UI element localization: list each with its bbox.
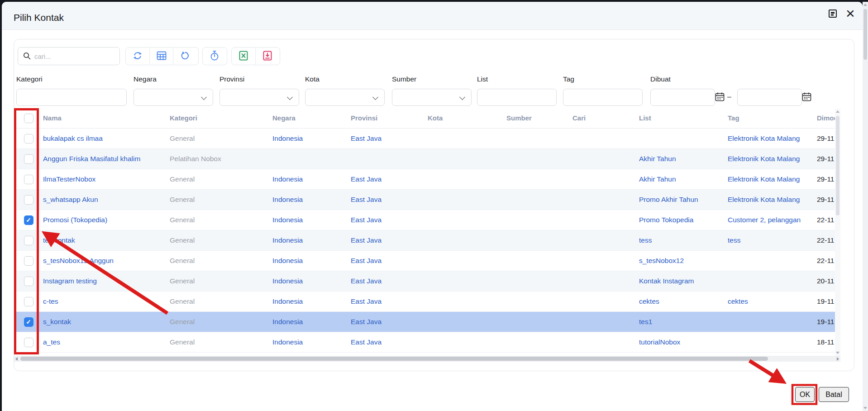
table-row[interactable]: a_tesGeneralIndonesiaEast JavatutorialNo… (14, 332, 835, 353)
export-pdf-button[interactable] (255, 48, 279, 65)
cell-list[interactable]: tess (639, 230, 728, 250)
cell-provinsi[interactable]: East Java (351, 332, 428, 352)
cell-provinsi[interactable]: East Java (351, 292, 428, 311)
column-header-kota[interactable]: Kota (428, 108, 506, 128)
cell-provinsi[interactable]: East Java (351, 190, 428, 210)
page-scrollbar-thumb[interactable] (863, 9, 867, 60)
cell-list[interactable]: Kontak Instagram (639, 271, 728, 291)
cell-list[interactable]: Promo Akhir Tahun (639, 190, 728, 210)
cell-negara[interactable]: Indonesia (272, 312, 351, 332)
dibuat-from-input[interactable] (650, 89, 715, 106)
cell-nama[interactable]: Anggun Friska Masifatul khalim (43, 149, 170, 169)
export-excel-button[interactable] (232, 48, 255, 65)
tag-input[interactable] (563, 89, 643, 106)
cell-provinsi[interactable]: East Java (351, 271, 428, 291)
cell-tag[interactable]: Elektronik Kota Malang (728, 190, 817, 210)
cell-provinsi[interactable]: East Java (351, 129, 428, 148)
row-checkbox[interactable] (24, 297, 33, 306)
scroll-right-icon[interactable] (837, 357, 839, 361)
reset-button[interactable] (173, 48, 196, 65)
column-header-nama[interactable]: Nama (43, 108, 170, 128)
row-checkbox[interactable] (24, 215, 33, 225)
table-row[interactable]: IlmaTesterNoboxGeneralIndonesiaEast Java… (14, 169, 835, 190)
scroll-up-icon[interactable] (836, 110, 839, 113)
calendar-from-button[interactable] (715, 92, 725, 101)
cell-list[interactable]: Akhir Tahun (639, 149, 728, 169)
kategori-input[interactable] (16, 89, 127, 106)
calendar-to-button[interactable] (802, 92, 811, 101)
cell-list[interactable]: tutorialNobox (639, 332, 728, 352)
cell-nama[interactable]: s_kontak (43, 312, 170, 332)
row-checkbox[interactable] (24, 175, 33, 184)
cell-negara[interactable]: Indonesia (272, 129, 351, 148)
table-row[interactable]: Promosi (Tokopedia)GeneralIndonesiaEast … (14, 210, 835, 230)
cell-list[interactable]: Promo Tokopedia (639, 210, 728, 230)
table-row[interactable]: c-tesGeneralIndonesiaEast Javacektescekt… (14, 292, 835, 312)
cell-nama[interactable]: bukalapak cs ilmaa (43, 129, 170, 148)
column-header-dimod[interactable]: Dimod (817, 108, 835, 128)
restore-window-button[interactable] (828, 9, 837, 18)
table-row[interactable]: s_whatsapp AkunGeneralIndonesiaEast Java… (14, 190, 835, 210)
table-row[interactable]: Anggun Friska Masifatul khalimPelatihan … (14, 149, 835, 169)
row-checkbox[interactable] (24, 317, 33, 327)
row-checkbox[interactable] (24, 134, 33, 143)
table-row[interactable]: s_tesNobox12 AnggunGeneralIndonesiaEast … (14, 251, 835, 271)
negara-select[interactable] (134, 89, 213, 106)
ok-button[interactable]: OK (795, 387, 815, 402)
row-checkbox[interactable] (24, 195, 33, 205)
cell-list[interactable]: s_tesNobox12 (639, 251, 728, 271)
refresh-button[interactable] (126, 48, 149, 65)
scroll-up-icon[interactable] (863, 4, 867, 6)
cell-negara[interactable]: Indonesia (272, 210, 351, 230)
cell-provinsi[interactable]: East Java (351, 210, 428, 230)
cell-negara[interactable]: Indonesia (272, 292, 351, 311)
table-row[interactable]: tes kontakGeneralIndonesiaEast Javatesst… (14, 230, 835, 251)
row-checkbox[interactable] (24, 154, 33, 164)
cell-list[interactable]: cektes (639, 292, 728, 311)
vertical-scrollbar-thumb[interactable] (836, 116, 839, 215)
row-checkbox[interactable] (24, 256, 33, 266)
dibuat-to-input[interactable] (737, 89, 802, 106)
table-row[interactable]: Instagram testingGeneralIndonesiaEast Ja… (14, 271, 835, 292)
table-view-button[interactable] (149, 48, 173, 65)
table-row[interactable]: s_kontakGeneralIndonesiaEast Javates119-… (14, 312, 835, 332)
column-header-sumber[interactable]: Sumber (506, 108, 572, 128)
table-row[interactable]: bukalapak cs ilmaaGeneralIndonesiaEast J… (14, 129, 835, 149)
scroll-left-icon[interactable] (15, 357, 18, 361)
cell-provinsi[interactable]: East Java (351, 251, 428, 271)
column-header-cari[interactable]: Cari (572, 108, 639, 128)
cell-nama[interactable]: a_tes (43, 332, 170, 352)
column-header-kategori[interactable]: Kategori (170, 108, 272, 128)
cell-tag[interactable]: Customer 2, pelanggan (728, 210, 817, 230)
cancel-button[interactable]: Batal (819, 387, 849, 402)
cell-tag[interactable]: Elektronik Kota Malang (728, 129, 817, 148)
column-header-tag[interactable]: Tag (728, 108, 817, 128)
horizontal-scrollbar-thumb[interactable] (20, 357, 768, 361)
scroll-down-icon[interactable] (863, 407, 867, 409)
cell-nama[interactable]: s_whatsapp Akun (43, 190, 170, 210)
search-input[interactable] (33, 48, 117, 64)
scroll-down-icon[interactable] (836, 352, 839, 354)
cell-list[interactable]: tes1 (639, 312, 728, 332)
row-checkbox[interactable] (24, 236, 33, 245)
cell-tag[interactable]: Elektronik Kota Malang (728, 149, 817, 169)
list-input[interactable] (477, 89, 557, 106)
cell-negara[interactable]: Indonesia (272, 190, 351, 210)
column-header-provinsi[interactable]: Provinsi (351, 108, 428, 128)
column-header-negara[interactable]: Negara (272, 108, 351, 128)
cell-list[interactable]: Akhir Tahun (639, 169, 728, 189)
cell-nama[interactable]: Instagram testing (43, 271, 170, 291)
sumber-select[interactable] (392, 89, 472, 106)
cell-nama[interactable]: Promosi (Tokopedia) (43, 210, 170, 230)
cell-nama[interactable]: IlmaTesterNobox (43, 169, 170, 189)
cell-provinsi[interactable]: East Java (351, 230, 428, 250)
cell-negara[interactable]: Indonesia (272, 230, 351, 250)
provinsi-select[interactable] (219, 89, 299, 106)
cell-provinsi[interactable]: East Java (351, 312, 428, 332)
cell-negara[interactable]: Indonesia (272, 169, 351, 189)
row-checkbox[interactable] (24, 338, 33, 347)
close-button[interactable]: × (843, 3, 858, 24)
cell-nama[interactable]: s_tesNobox12 Anggun (43, 251, 170, 271)
column-header-list[interactable]: List (639, 108, 728, 128)
select-all-checkbox[interactable] (24, 114, 33, 123)
